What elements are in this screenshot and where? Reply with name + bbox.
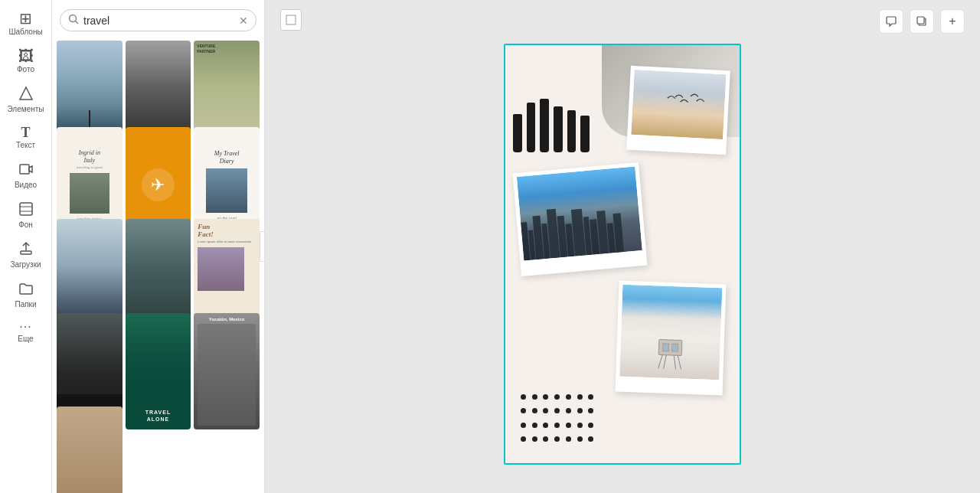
svg-rect-6 <box>21 251 31 254</box>
template-grid: VENTUREPARTNER Ingrid inItaly traveling … <box>52 38 264 493</box>
svg-rect-13 <box>658 339 682 355</box>
dots-pattern <box>521 394 597 448</box>
sidebar-item-uploads[interactable]: Загрузки <box>3 237 49 273</box>
comment-button[interactable] <box>879 9 903 34</box>
svg-line-16 <box>658 354 663 368</box>
photo-card-city[interactable] <box>512 162 647 276</box>
search-input[interactable] <box>83 15 234 27</box>
brush-stroke <box>554 106 563 152</box>
text-icon: T <box>21 126 30 139</box>
template-item[interactable]: Yucatán, Mexico <box>194 313 260 429</box>
sidebar-item-folders[interactable]: Папки <box>3 276 49 313</box>
canvas-content <box>505 45 740 463</box>
brush-stroke <box>567 110 577 152</box>
svg-rect-10 <box>286 15 296 24</box>
svg-line-9 <box>76 21 79 24</box>
page-indicator <box>280 9 302 31</box>
svg-line-18 <box>664 355 667 369</box>
templates-icon: ⊞ <box>19 11 32 26</box>
search-icon <box>68 14 79 27</box>
sidebar: ⊞ Шаблоны 🖼 Фото Элементы T Текст Видео … <box>0 0 52 493</box>
template-item[interactable] <box>57 406 122 493</box>
uploads-icon <box>18 241 34 259</box>
panel-collapse-button[interactable]: ‹ <box>260 231 265 262</box>
brush-stroke <box>540 99 549 152</box>
sidebar-item-background[interactable]: Фон <box>3 197 49 233</box>
elements-icon <box>18 86 34 103</box>
sidebar-label-elements: Элементы <box>8 105 44 113</box>
folders-icon <box>18 281 34 299</box>
video-icon <box>18 162 34 179</box>
sidebar-label-uploads: Загрузки <box>10 260 41 269</box>
search-panel: ✕ VENTUREPARTNER Ingrid inItaly travelin… <box>52 0 265 493</box>
canvas-toolbar: + <box>879 9 965 34</box>
sidebar-label-video: Видео <box>15 181 37 189</box>
sidebar-label-background: Фон <box>18 220 33 229</box>
add-page-button[interactable]: + <box>940 9 965 34</box>
sidebar-label-photos: Фото <box>17 65 34 73</box>
svg-rect-3 <box>20 203 32 215</box>
sidebar-label-more: Еще <box>18 335 33 343</box>
sidebar-label-text: Текст <box>16 141 35 149</box>
canvas-area: + <box>265 0 980 493</box>
sidebar-label-templates: Шаблоны <box>8 28 42 36</box>
background-icon <box>18 201 34 219</box>
svg-line-17 <box>678 355 682 369</box>
photo-card-birds[interactable] <box>626 66 730 155</box>
more-icon: ··· <box>19 321 31 333</box>
clear-icon[interactable]: ✕ <box>239 15 248 27</box>
brush-stroke <box>527 103 536 152</box>
svg-marker-0 <box>20 87 32 100</box>
sidebar-item-text[interactable]: T Текст <box>3 121 49 154</box>
sidebar-item-elements[interactable]: Элементы <box>3 81 49 118</box>
photos-icon: 🖼 <box>18 48 34 64</box>
brush-strokes <box>513 91 590 152</box>
duplicate-button[interactable] <box>910 9 934 34</box>
canvas-card[interactable] <box>504 44 741 465</box>
svg-point-8 <box>70 15 77 22</box>
sidebar-item-photos[interactable]: 🖼 Фото <box>3 44 49 78</box>
template-item-travel-alone[interactable]: TRAVELALONE <box>126 313 191 429</box>
sidebar-item-templates[interactable]: ⊞ Шаблоны <box>3 6 49 41</box>
brush-stroke <box>580 116 590 152</box>
brush-stroke <box>513 114 522 152</box>
svg-rect-15 <box>671 344 678 351</box>
sidebar-label-folders: Папки <box>15 300 36 309</box>
search-bar: ✕ <box>60 9 256 31</box>
svg-rect-1 <box>20 165 29 174</box>
svg-rect-14 <box>662 344 668 351</box>
svg-rect-12 <box>917 17 924 24</box>
svg-line-19 <box>674 355 677 369</box>
photo-card-beach[interactable] <box>616 281 727 396</box>
sidebar-item-video[interactable]: Видео <box>3 157 49 194</box>
sidebar-item-more[interactable]: ··· Еще <box>3 316 49 348</box>
svg-marker-2 <box>29 166 32 172</box>
